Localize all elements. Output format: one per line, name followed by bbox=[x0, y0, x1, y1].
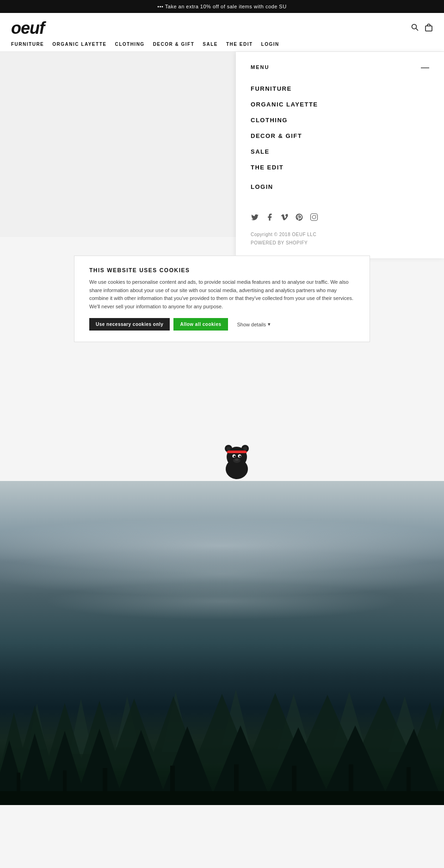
svg-point-5 bbox=[315, 215, 316, 216]
bear-mascot bbox=[218, 437, 255, 481]
nav-item-login[interactable]: LOGIN bbox=[261, 42, 279, 47]
forest-hero bbox=[0, 481, 444, 805]
svg-point-14 bbox=[234, 456, 235, 457]
menu-item-furniture[interactable]: FURNITURE bbox=[251, 84, 429, 93]
menu-link-the-edit[interactable]: THE EDIT bbox=[251, 164, 284, 171]
cookie-buttons: Use necessary cookies only Allow all coo… bbox=[89, 318, 355, 331]
nav-item-decor-gift[interactable]: DECOR & GIFT bbox=[153, 42, 195, 47]
announcement-text: ••• Take an extra 10% off of sale items … bbox=[157, 4, 286, 9]
facebook-icon[interactable] bbox=[265, 213, 274, 223]
show-details-label: Show details bbox=[237, 322, 266, 327]
main-nav: FURNITURE ORGANIC LAYETTE CLOTHING DECOR… bbox=[11, 42, 433, 51]
nav-item-sale[interactable]: SALE bbox=[203, 42, 218, 47]
bottom-space bbox=[0, 805, 444, 868]
menu-footer: Copyright © 2018 OEUF LLC POWERED BY SHO… bbox=[251, 231, 429, 247]
close-menu-button[interactable]: — bbox=[421, 63, 429, 71]
menu-item-login[interactable]: LOGIN bbox=[251, 182, 429, 191]
nav-item-clothing[interactable]: CLOTHING bbox=[115, 42, 144, 47]
cookie-banner: THIS WEBSITE USES COOKIES We use cookies… bbox=[74, 256, 370, 342]
svg-rect-2 bbox=[426, 26, 432, 31]
copyright-text: Copyright © 2018 OEUF LLC bbox=[251, 231, 429, 239]
menu-social-icons bbox=[251, 213, 429, 223]
svg-point-11 bbox=[243, 447, 247, 450]
instagram-icon[interactable] bbox=[310, 213, 318, 223]
svg-point-10 bbox=[227, 447, 230, 450]
svg-rect-58 bbox=[0, 791, 444, 805]
svg-line-1 bbox=[416, 29, 419, 31]
svg-point-15 bbox=[239, 456, 241, 457]
tree-silhouettes bbox=[0, 620, 444, 805]
chevron-down-icon: ▾ bbox=[268, 321, 271, 327]
fog-layer-3 bbox=[44, 583, 400, 620]
svg-rect-19 bbox=[227, 451, 247, 453]
cookie-banner-text: We use cookies to personalise content an… bbox=[89, 278, 355, 311]
logo[interactable]: oeuf bbox=[11, 19, 44, 38]
announcement-bar: ••• Take an extra 10% off of sale items … bbox=[0, 0, 444, 13]
menu-item-clothing[interactable]: CLOTHING bbox=[251, 116, 429, 124]
twitter-icon[interactable] bbox=[251, 213, 259, 223]
cart-icon[interactable] bbox=[425, 23, 433, 33]
pinterest-icon[interactable] bbox=[295, 213, 303, 223]
menu-link-furniture[interactable]: FURNITURE bbox=[251, 85, 292, 92]
cookie-banner-title: THIS WEBSITE USES COOKIES bbox=[89, 267, 355, 274]
header-icons bbox=[411, 23, 433, 33]
svg-rect-3 bbox=[311, 214, 318, 221]
nav-item-the-edit[interactable]: THE EDIT bbox=[226, 42, 253, 47]
nav-item-furniture[interactable]: FURNITURE bbox=[11, 42, 44, 47]
page-overlay: MENU — FURNITURE ORGANIC LAYETTE CLOTHIN… bbox=[0, 52, 444, 237]
menu-link-sale[interactable]: SALE bbox=[251, 148, 270, 155]
left-content-blurred bbox=[0, 52, 236, 237]
use-necessary-cookies-button[interactable]: Use necessary cookies only bbox=[89, 318, 170, 331]
menu-item-organic-layette[interactable]: ORGANIC LAYETTE bbox=[251, 100, 429, 108]
menu-item-sale[interactable]: SALE bbox=[251, 147, 429, 156]
bear-icon bbox=[218, 437, 255, 479]
header: oeuf FURNITURE ORGANIC LAYETTE CLOTHING … bbox=[0, 13, 444, 52]
header-top: oeuf bbox=[11, 19, 433, 38]
vimeo-icon[interactable] bbox=[280, 213, 289, 223]
show-details-button[interactable]: Show details ▾ bbox=[237, 321, 271, 327]
menu-link-clothing[interactable]: CLOTHING bbox=[251, 117, 288, 124]
nav-item-organic-layette[interactable]: ORGANIC LAYETTE bbox=[52, 42, 106, 47]
powered-by-text: POWERED BY SHOPIFY bbox=[251, 239, 429, 247]
svg-point-17 bbox=[235, 459, 239, 461]
svg-point-0 bbox=[412, 25, 417, 29]
menu-link-organic-layette[interactable]: ORGANIC LAYETTE bbox=[251, 101, 318, 108]
menu-drawer-header: MENU — bbox=[251, 63, 429, 71]
allow-all-cookies-button[interactable]: Allow all cookies bbox=[173, 318, 228, 331]
mascot-section bbox=[0, 351, 444, 481]
menu-item-the-edit[interactable]: THE EDIT bbox=[251, 163, 429, 171]
menu-title: MENU bbox=[251, 64, 269, 70]
menu-drawer: MENU — FURNITURE ORGANIC LAYETTE CLOTHIN… bbox=[236, 52, 444, 258]
menu-items-list: FURNITURE ORGANIC LAYETTE CLOTHING DECOR… bbox=[251, 84, 429, 191]
menu-link-decor-gift[interactable]: DECOR & GIFT bbox=[251, 132, 302, 139]
svg-point-4 bbox=[312, 215, 316, 219]
menu-link-login[interactable]: LOGIN bbox=[251, 183, 273, 190]
menu-item-decor-gift[interactable]: DECOR & GIFT bbox=[251, 131, 429, 140]
search-icon[interactable] bbox=[411, 23, 419, 33]
